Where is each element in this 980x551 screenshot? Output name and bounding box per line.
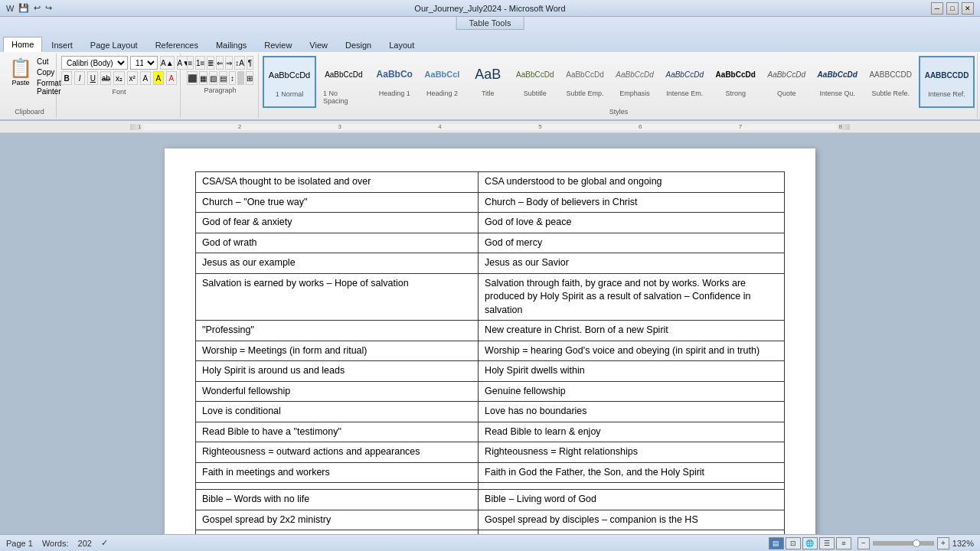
borders-button[interactable]: ⊞ <box>246 71 253 85</box>
format-painter-button[interactable]: Format Painter <box>37 79 61 96</box>
spell-check-icon[interactable]: ✓ <box>101 538 108 548</box>
table-cell-right: Salvation through faith, by grace and no… <box>479 273 785 321</box>
style-subtle-emphasis[interactable]: AaBbCcDd Subtle Emp. <box>560 56 609 108</box>
style-strong[interactable]: AaBbCcDd Strong <box>710 56 761 108</box>
table-row: Love is conditionalLove has no boundarie… <box>196 402 785 422</box>
quick-access-redo[interactable]: ↪ <box>45 3 52 13</box>
style-emphasis[interactable]: AaBbCcDd Emphasis <box>611 56 659 108</box>
table-cell-left: Salvation is earned by works – Hope of s… <box>196 273 479 321</box>
font-size-select[interactable]: 11 <box>130 56 158 70</box>
numbering-button[interactable]: 1≡ <box>195 56 205 70</box>
table-cell-left: Worship = Meetings (in form and ritual) <box>196 341 479 361</box>
paragraph-label: Paragraph <box>187 86 253 94</box>
paste-button[interactable]: 📋 Paste <box>8 56 34 88</box>
style-title[interactable]: AaB Title <box>466 56 509 108</box>
table-row: God of fear & anxietyGod of love & peace <box>196 213 785 233</box>
tab-home[interactable]: Home <box>3 37 42 52</box>
increase-indent-button[interactable]: ⇒ <box>225 56 233 70</box>
quick-access-undo[interactable]: ↩ <box>34 3 41 13</box>
table-row: Read Bible to have a "testimony"Read Bib… <box>196 422 785 442</box>
italic-button[interactable]: I <box>74 71 85 85</box>
tab-page-layout[interactable]: Page Layout <box>82 37 146 52</box>
zoom-in-button[interactable]: + <box>937 537 949 549</box>
table-cell-left: Righteousness = outward actions and appe… <box>196 442 479 463</box>
zoom-thumb[interactable] <box>913 540 920 547</box>
style-intense-emphasis[interactable]: AaBbCcDd Intense Em. <box>661 56 709 108</box>
tab-mailings[interactable]: Mailings <box>207 37 255 52</box>
strikethrough-button[interactable]: ab <box>100 71 111 85</box>
zoom-slider[interactable] <box>873 541 934 546</box>
table-row: Worship = Meetings (in form and ritual)W… <box>196 341 785 361</box>
style-intense-quote[interactable]: AaBbCcDd Intense Qu. <box>812 56 863 108</box>
line-spacing-button[interactable]: ↕ <box>229 71 236 85</box>
tab-design[interactable]: Design <box>337 37 380 52</box>
page-indicator: Page 1 <box>6 539 33 548</box>
text-effects-button[interactable]: A <box>140 71 151 85</box>
shading-button[interactable] <box>237 71 244 85</box>
window-title: Our_Journey_July2024 - Microsoft Word <box>414 4 565 13</box>
zoom-out-button[interactable]: − <box>858 537 870 549</box>
text-highlight-button[interactable]: A <box>153 71 164 85</box>
table-row: Gospel spread by 2x2 ministryGospel spre… <box>196 510 785 530</box>
tab-insert[interactable]: Insert <box>43 37 81 52</box>
table-cell-right <box>479 483 785 490</box>
decrease-indent-button[interactable]: ⇐ <box>216 56 224 70</box>
outline-btn[interactable]: ☰ <box>819 537 835 549</box>
table-cell-left: God of wrath <box>196 233 479 253</box>
view-buttons: ▤ ⊡ 🌐 ☰ ≡ <box>769 537 851 549</box>
status-right: ▤ ⊡ 🌐 ☰ ≡ − + 132% <box>769 537 974 549</box>
table-cell-right: New creature in Christ. Born of a new Sp… <box>479 321 785 341</box>
tab-view[interactable]: View <box>301 37 336 52</box>
comparison-table: CSA/SA thought to be isolated and overCS… <box>195 171 785 534</box>
tab-review[interactable]: Review <box>256 37 300 52</box>
minimize-button[interactable]: ─ <box>931 2 943 15</box>
multilevel-list-button[interactable]: ≣ <box>207 56 214 70</box>
restore-button[interactable]: □ <box>946 2 959 15</box>
word-count-label: Words: <box>42 539 69 548</box>
align-center-button[interactable]: ▦ <box>199 71 207 85</box>
fullscreen-btn[interactable]: ⊡ <box>786 537 801 549</box>
align-left-button[interactable]: ⬛ <box>187 71 198 85</box>
align-right-button[interactable]: ▧ <box>209 71 217 85</box>
close-button[interactable]: ✕ <box>962 2 974 15</box>
tab-references[interactable]: References <box>147 37 207 52</box>
font-grow-button[interactable]: A▲ <box>160 56 175 70</box>
table-cell-left: "Professing" <box>196 321 479 341</box>
print-layout-btn[interactable]: ▤ <box>769 537 784 549</box>
document-page: CSA/SA thought to be isolated and overCS… <box>165 148 815 534</box>
table-cell-left: God of fear & anxiety <box>196 213 479 233</box>
table-cell-left: Bible – Words with no life <box>196 490 479 510</box>
subscript-button[interactable]: x₂ <box>113 71 124 85</box>
web-layout-btn[interactable]: 🌐 <box>802 537 818 549</box>
table-cell-right: Righteousness = Right relationships <box>479 442 785 463</box>
bold-button[interactable]: B <box>61 71 72 85</box>
font-face-select[interactable]: Calibri (Body) <box>61 56 128 70</box>
style-subtle-reference[interactable]: AaBbCcDd Subtle Refe. <box>864 56 917 108</box>
status-left: Page 1 Words: 202 ✓ <box>6 538 108 548</box>
copy-button[interactable]: Copy <box>37 68 61 77</box>
style-heading2[interactable]: AaBbCcl Heading 2 <box>420 56 466 108</box>
styles-group: AaBbCcDd 1 Normal AaBbCcDd 1 No Spacing … <box>260 54 978 118</box>
underline-button[interactable]: U <box>87 71 98 85</box>
sort-button[interactable]: ↕A <box>234 56 245 70</box>
font-color-button[interactable]: A <box>166 71 177 85</box>
style-normal[interactable]: AaBbCcDd 1 Normal <box>263 56 316 108</box>
show-marks-button[interactable]: ¶ <box>247 56 253 70</box>
style-intense-reference[interactable]: AaBbCcDd Intense Ref. <box>919 56 975 108</box>
style-quote[interactable]: AaBbCcDd Quote <box>763 56 811 108</box>
draft-btn[interactable]: ≡ <box>836 537 851 549</box>
style-no-spacing[interactable]: AaBbCcDd 1 No Spacing <box>318 56 370 108</box>
style-subtitle[interactable]: AaBbCcDd Subtitle <box>511 56 559 108</box>
table-row: "Professing"New creature in Christ. Born… <box>196 321 785 341</box>
justify-button[interactable]: ▤ <box>219 71 227 85</box>
table-row: Holy Spirit is around us and leadsHoly S… <box>196 361 785 382</box>
bullets-button[interactable]: ≡ <box>187 56 194 70</box>
superscript-button[interactable]: x² <box>127 71 138 85</box>
zoom-level: 132% <box>952 539 974 548</box>
table-cell-right: CSA understood to be global and ongoing <box>479 172 785 193</box>
cut-button[interactable]: Cut <box>37 57 61 66</box>
style-heading1[interactable]: AaBbCo Heading 1 <box>371 56 418 108</box>
quick-access-save[interactable]: 💾 <box>18 3 29 13</box>
table-cell-left: Read Bible to have a "testimony" <box>196 422 479 442</box>
tab-layout[interactable]: Layout <box>381 37 423 52</box>
